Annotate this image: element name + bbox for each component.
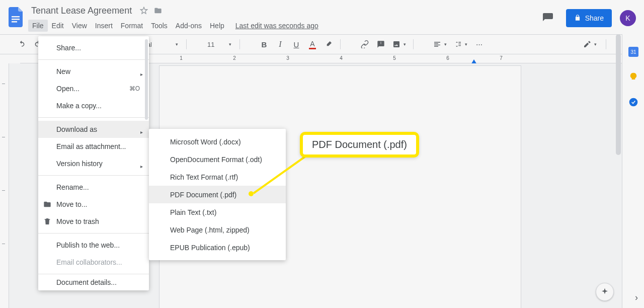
- undo-button[interactable]: [15, 38, 28, 51]
- comments-icon[interactable]: [538, 8, 558, 28]
- insert-link-button[interactable]: [358, 38, 371, 51]
- star-icon[interactable]: [139, 6, 149, 16]
- menu-item-email-attachment[interactable]: Email as attachment...: [38, 138, 149, 155]
- italic-button[interactable]: I: [274, 38, 287, 51]
- title-bar: Tenant Lease Agreement File Edit View In…: [0, 0, 644, 34]
- separator: [239, 39, 253, 49]
- submenu-item-pdf[interactable]: PDF Document (.pdf): [149, 186, 286, 203]
- menu-item-open[interactable]: Open...⌘O: [38, 80, 149, 97]
- vertical-ruler[interactable]: [0, 63, 9, 308]
- submenu-item-html[interactable]: Web Page (.html, zipped): [149, 221, 286, 239]
- menu-item-move-to[interactable]: Move to...: [38, 196, 149, 213]
- ruler-number: 4: [340, 55, 343, 61]
- insert-comment-button[interactable]: [374, 38, 387, 51]
- trash-icon: [43, 217, 51, 225]
- separator: [340, 39, 353, 49]
- more-button[interactable]: ⋯: [472, 38, 486, 51]
- google-docs-icon[interactable]: [6, 3, 26, 31]
- menu-bar: File Edit View Insert Format Tools Add-o…: [28, 18, 318, 33]
- document-title[interactable]: Tenant Lease Agreement: [28, 5, 135, 17]
- separator: [413, 39, 426, 49]
- svg-rect-0: [12, 16, 20, 18]
- menu-separator: [38, 59, 149, 60]
- download-as-submenu: Microsoft Word (.docx) OpenDocument Form…: [149, 129, 286, 260]
- ruler-number: 5: [393, 55, 396, 61]
- side-panel: 31 ›: [622, 34, 644, 308]
- folder-icon: [43, 200, 51, 208]
- submenu-item-txt[interactable]: Plain Text (.txt): [149, 203, 286, 221]
- menu-help[interactable]: Help: [206, 20, 228, 32]
- ruler-number: 6: [446, 55, 449, 61]
- submenu-item-rtf[interactable]: Rich Text Format (.rtf): [149, 168, 286, 186]
- svg-point-5: [629, 98, 637, 107]
- menu-format[interactable]: Format: [117, 20, 147, 32]
- menu-tools[interactable]: Tools: [147, 20, 172, 32]
- file-menu: Share... New Open...⌘O Make a copy... Do…: [38, 36, 149, 290]
- menu-item-share[interactable]: Share...: [38, 39, 149, 56]
- share-label: Share: [585, 14, 604, 22]
- menu-item-download-as[interactable]: Download as: [38, 121, 149, 138]
- submenu-item-epub[interactable]: EPUB Publication (.epub): [149, 239, 286, 256]
- menu-item-new[interactable]: New: [38, 63, 149, 80]
- bold-button[interactable]: B: [258, 38, 271, 51]
- ruler-number: 7: [500, 55, 503, 61]
- menu-item-make-copy[interactable]: Make a copy...: [38, 97, 149, 114]
- font-size-select[interactable]: 11: [204, 38, 234, 51]
- vertical-scrollbar[interactable]: [615, 34, 622, 308]
- editing-mode-button[interactable]: [581, 38, 599, 51]
- menu-separator: [38, 233, 149, 234]
- separator: [186, 39, 199, 49]
- menu-item-move-to-trash[interactable]: Move to trash: [38, 213, 149, 230]
- svg-rect-2: [12, 21, 17, 23]
- annotation-callout: PDF Document (.pdf): [300, 132, 419, 158]
- menu-item-rename[interactable]: Rename...: [38, 179, 149, 196]
- menu-separator: [38, 117, 149, 118]
- menu-insert[interactable]: Insert: [91, 20, 117, 32]
- expand-panel-icon[interactable]: ›: [635, 292, 638, 303]
- account-avatar[interactable]: K: [620, 10, 636, 26]
- explore-button[interactable]: [596, 283, 614, 301]
- svg-rect-1: [12, 19, 20, 20]
- share-button[interactable]: Share: [566, 9, 612, 27]
- ruler-number: 3: [286, 55, 289, 61]
- menu-addons[interactable]: Add-ons: [172, 20, 206, 32]
- calendar-icon[interactable]: 31: [628, 46, 639, 57]
- submenu-item-odt[interactable]: OpenDocument Format (.odt): [149, 150, 286, 168]
- ruler-number: 2: [233, 55, 236, 61]
- menu-view[interactable]: View: [68, 20, 91, 32]
- underline-button[interactable]: U: [290, 38, 303, 51]
- menu-separator: [38, 274, 149, 274]
- last-edit-link[interactable]: Last edit was seconds ago: [235, 22, 318, 30]
- menu-file[interactable]: File: [28, 20, 48, 32]
- svg-text:31: 31: [630, 49, 636, 55]
- menu-separator: [38, 175, 149, 176]
- submenu-item-docx[interactable]: Microsoft Word (.docx): [149, 133, 286, 150]
- folder-icon[interactable]: [153, 6, 163, 16]
- annotation-dot: [249, 191, 254, 196]
- text-color-button[interactable]: A: [306, 38, 319, 51]
- menu-item-version-history[interactable]: Version history: [38, 155, 149, 172]
- align-button[interactable]: [431, 38, 449, 51]
- lock-icon: [574, 14, 581, 23]
- line-spacing-button[interactable]: [452, 38, 469, 51]
- highlight-button[interactable]: [322, 38, 335, 51]
- menu-item-doc-details[interactable]: Document details...: [38, 277, 149, 287]
- ruler-number: 1: [180, 55, 183, 61]
- menu-item-publish[interactable]: Publish to the web...: [38, 237, 149, 254]
- menu-edit[interactable]: Edit: [48, 20, 68, 32]
- menu-item-email-collab: Email collaborators...: [38, 254, 149, 271]
- keep-icon[interactable]: [628, 71, 639, 83]
- insert-image-button[interactable]: [390, 38, 408, 51]
- tasks-icon[interactable]: [628, 97, 639, 108]
